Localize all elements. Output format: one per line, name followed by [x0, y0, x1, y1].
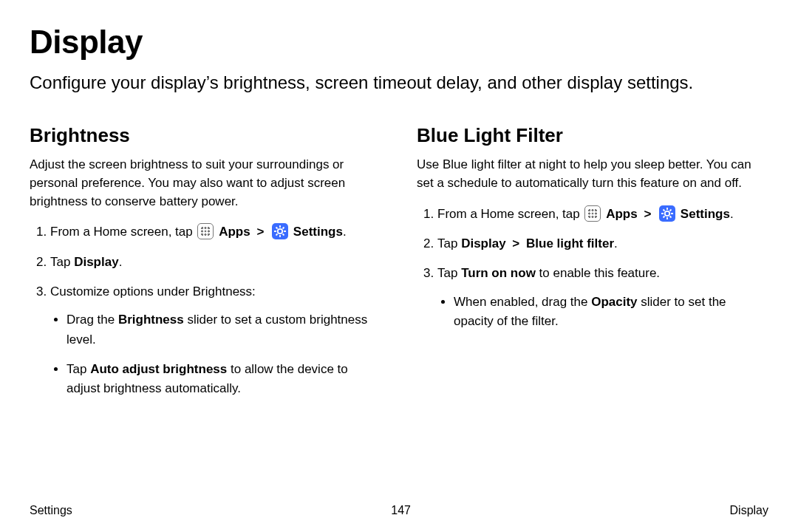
step-text: Customize options under Brightness: — [50, 284, 256, 299]
step-text: Tap — [437, 266, 461, 280]
substep-1: When enabled, drag the Opacity slider to… — [454, 293, 768, 332]
step-2: Tap Display. — [50, 253, 381, 272]
settings-icon — [659, 205, 675, 222]
page-title: Display — [30, 24, 768, 61]
blue-light-substeps: When enabled, drag the Opacity slider to… — [437, 293, 768, 332]
bold: Auto adjust brightness — [90, 362, 227, 376]
chevron-icon: > — [506, 236, 526, 250]
settings-label: Settings — [293, 225, 343, 239]
display-label: Display — [461, 236, 505, 250]
blue-light-steps: From a Home screen, tap Apps > Settings.… — [417, 205, 768, 332]
apps-icon — [197, 223, 214, 239]
column-brightness: Brightness Adjust the screen brightness … — [30, 124, 381, 409]
period: . — [614, 236, 618, 250]
footer-right: Display — [730, 504, 768, 517]
apps-label: Apps — [606, 207, 638, 221]
bold: Opacity — [591, 295, 637, 309]
blue-light-label: Blue light filter — [526, 236, 614, 250]
column-blue-light: Blue Light Filter Use Blue light filter … — [417, 124, 768, 409]
brightness-heading: Brightness — [30, 124, 381, 147]
settings-label: Settings — [681, 207, 730, 221]
brightness-steps: From a Home screen, tap Apps > Settings.… — [30, 222, 381, 398]
step-text: From a Home screen, tap — [437, 207, 583, 221]
step-2: Tap Display > Blue light filter. — [437, 234, 768, 253]
period: . — [119, 255, 123, 269]
bold: Brightness — [118, 313, 184, 327]
text: Tap — [66, 362, 90, 376]
apps-label: Apps — [219, 225, 250, 239]
substep-1: Drag the Brightness slider to set a cust… — [66, 310, 381, 349]
step-text: Tap — [50, 255, 74, 269]
footer-page-number: 147 — [391, 504, 411, 517]
brightness-substeps: Drag the Brightness slider to set a cust… — [50, 310, 381, 398]
text: When enabled, drag the — [454, 295, 591, 309]
chevron-icon: > — [253, 225, 267, 239]
blue-light-desc: Use Blue light filter at night to help y… — [417, 156, 768, 192]
step-1: From a Home screen, tap Apps > Settings. — [437, 205, 768, 224]
step-1: From a Home screen, tap Apps > Settings. — [50, 222, 381, 242]
step-text: Tap — [437, 236, 461, 250]
period: . — [730, 207, 734, 221]
columns: Brightness Adjust the screen brightness … — [30, 124, 768, 409]
svg-point-0 — [278, 229, 282, 233]
settings-icon — [272, 223, 288, 239]
substep-2: Tap Auto adjust brightness to allow the … — [66, 360, 381, 399]
step-text: to enable this feature. — [536, 266, 660, 280]
blue-light-heading: Blue Light Filter — [417, 124, 768, 147]
apps-icon — [584, 205, 601, 222]
page-intro: Configure your display’s brightness, scr… — [30, 71, 768, 95]
turn-on-label: Turn on now — [461, 266, 536, 280]
step-3: Customize options under Brightness: Drag… — [50, 282, 381, 399]
page-footer: Settings 147 Display — [30, 504, 768, 517]
step-3: Tap Turn on now to enable this feature. … — [437, 264, 768, 331]
step-text: From a Home screen, tap — [50, 225, 196, 239]
footer-left: Settings — [30, 504, 72, 517]
manual-page: Display Configure your display’s brightn… — [0, 0, 798, 532]
svg-point-1 — [665, 211, 669, 215]
text: Drag the — [66, 313, 118, 327]
brightness-desc: Adjust the screen brightness to suit you… — [30, 156, 381, 211]
display-label: Display — [74, 255, 118, 269]
chevron-icon: > — [641, 207, 654, 221]
period: . — [343, 225, 347, 239]
